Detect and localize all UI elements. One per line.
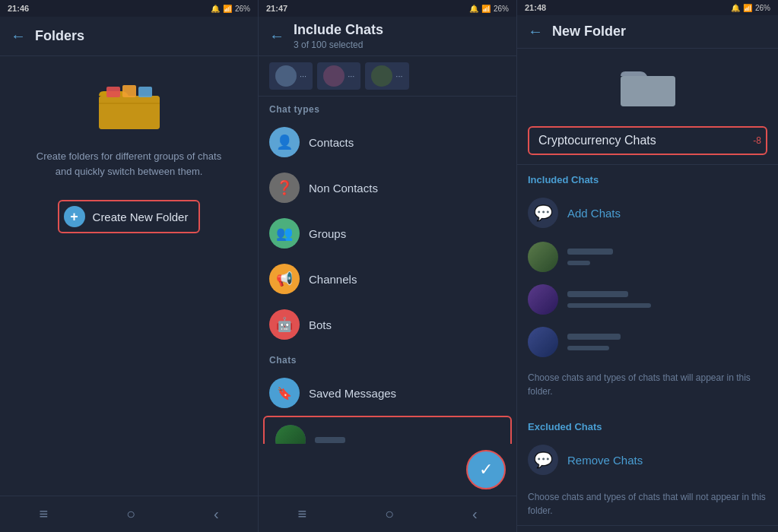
inc-line-3a (567, 334, 621, 340)
newfolder-svg-icon (618, 61, 678, 109)
battery-2: 26% (494, 5, 509, 13)
noncontacts-avatar: ❓ (269, 173, 300, 203)
folder-illustration (95, 79, 164, 135)
svg-rect-7 (621, 76, 675, 106)
included-item-3 (517, 321, 778, 363)
chip-label-3: ··· (395, 71, 402, 81)
svg-rect-5 (138, 87, 152, 97)
chip-avatar-1 (275, 65, 297, 87)
svg-rect-4 (122, 85, 136, 97)
inc-line-1a (567, 249, 613, 255)
nav-home-icon-1[interactable]: ○ (126, 505, 135, 523)
speech-bubble-icon: 💬 (534, 204, 553, 222)
nav-menu-icon-2[interactable]: ≡ (297, 505, 306, 523)
bots-label: Bots (309, 318, 332, 331)
inc-avatar-2 (528, 284, 558, 315)
included-chats-header: Included Chats (517, 165, 778, 190)
newfolder-illustration-wrap (517, 49, 778, 117)
folder-name-input[interactable] (528, 126, 767, 155)
contacts-label: Contacts (309, 136, 354, 149)
time-2: 21:47 (266, 4, 287, 13)
battery-3: 26% (755, 4, 770, 12)
remove-speech-icon: 💬 (534, 451, 553, 469)
back-button-folders[interactable]: ← (11, 27, 26, 45)
time-1: 21:46 (8, 4, 29, 13)
chip-2: ··· (317, 62, 360, 90)
time-3: 21:48 (525, 3, 546, 12)
create-folder-button[interactable]: + Create New Folder (58, 200, 201, 233)
list-item-bots[interactable]: 🤖 Bots (259, 302, 516, 347)
nav-back-icon-1[interactable]: ‹ (214, 505, 219, 523)
folders-content: Create folders for different groups of c… (0, 56, 258, 496)
list-item-groups[interactable]: 👥 Groups (259, 211, 516, 256)
channels-avatar: 📢 (269, 264, 300, 294)
signal-icon-2: 📶 (481, 5, 491, 13)
status-bar-1: 21:46 🔔 📶 26% (0, 0, 258, 17)
chats-label: Chats (259, 347, 516, 370)
saved-label: Saved Messages (309, 387, 396, 400)
bots-avatar: 🤖 (269, 309, 300, 340)
nav-home-icon-2[interactable]: ○ (385, 505, 394, 523)
inc-line-3b (567, 346, 609, 350)
excluded-hint: Choose chats and types of chats that wil… (517, 483, 778, 525)
list-item-noncontacts[interactable]: ❓ Non Contacts (259, 165, 516, 211)
topbar-folders: ← Folders (0, 17, 258, 56)
remove-chats-row[interactable]: 💬 Remove Chats (517, 437, 778, 483)
status-bar-3: 21:48 🔔 📶 26% (517, 0, 778, 15)
include-title: Include Chats (294, 22, 383, 38)
add-chats-label: Add Chats (567, 207, 621, 220)
chat-list: 👤 Contacts ❓ Non Contacts 👥 Groups 📢 Cha… (259, 119, 516, 444)
remove-chats-icon: 💬 (528, 445, 558, 475)
groups-label: Groups (309, 227, 346, 240)
add-chats-row[interactable]: 💬 Add Chats (517, 190, 778, 236)
list-item-saved[interactable]: 🔖 Saved Messages (259, 370, 516, 416)
list-item-channels[interactable]: 📢 Channels (259, 256, 516, 302)
nav-back-icon-2[interactable]: ‹ (472, 505, 478, 523)
channels-label: Channels (309, 273, 357, 286)
include-subtitle: 3 of 100 selected (294, 40, 383, 50)
notification-icon: 🔔 (211, 5, 220, 13)
inc-line-2b (567, 303, 651, 308)
nav-menu-icon-1[interactable]: ≡ (39, 505, 48, 523)
saved-avatar: 🔖 (269, 378, 300, 408)
chat-types-label: Chat types (259, 97, 516, 119)
fab-confirm-button[interactable]: ✓ (466, 450, 506, 489)
fab-checkmark-icon: ✓ (479, 460, 493, 480)
topbar-newfolder: ← New Folder (517, 15, 778, 49)
chip-avatar-2 (323, 65, 345, 87)
back-button-newfolder[interactable]: ← (528, 23, 543, 40)
included-item-2 (517, 278, 778, 321)
signal-icon: 📶 (223, 5, 232, 13)
status-icons-1: 🔔 📶 26% (211, 5, 250, 13)
include-title-block: Include Chats 3 of 100 selected (294, 22, 383, 50)
status-bar-2: 21:47 🔔 📶 26% (259, 0, 516, 17)
svg-rect-3 (106, 87, 120, 97)
included-item-1 (517, 236, 778, 278)
svg-rect-1 (99, 96, 160, 129)
status-icons-2: 🔔 📶 26% (469, 5, 509, 13)
folders-title: Folders (35, 28, 84, 44)
groups-avatar: 👥 (269, 218, 300, 249)
bottom-nav-1: ≡ ○ ‹ (0, 496, 258, 532)
selected-chats-row: ··· ··· ··· (259, 56, 516, 97)
battery-1: 26% (235, 5, 250, 13)
add-chats-icon: 💬 (528, 198, 558, 228)
chip-label-2: ··· (348, 71, 354, 81)
folder-name-row: -8 (517, 117, 778, 165)
chip-3: ··· (365, 62, 408, 90)
noncontacts-label: Non Contacts (309, 182, 378, 195)
list-item-contacts[interactable]: 👤 Contacts (259, 119, 516, 165)
signal-icon-3: 📶 (743, 4, 752, 12)
inc-text-2 (567, 291, 767, 308)
plus-icon: + (64, 206, 85, 227)
list-item-blurred-1[interactable]: ✓ (265, 417, 510, 444)
back-button-include[interactable]: ← (269, 27, 284, 45)
inc-avatar-3 (528, 327, 558, 357)
chip-label-1: ··· (300, 71, 306, 81)
panel-newfolder: 21:48 🔔 📶 26% ← New Folder -8 Included C… (517, 0, 778, 532)
inc-avatar-1 (528, 242, 558, 272)
bottom-nav-2: ≡ ○ ‹ (259, 496, 516, 532)
inc-line-2a (567, 291, 628, 297)
blur-line-1a (315, 437, 345, 443)
blurred-text-1 (315, 437, 500, 443)
